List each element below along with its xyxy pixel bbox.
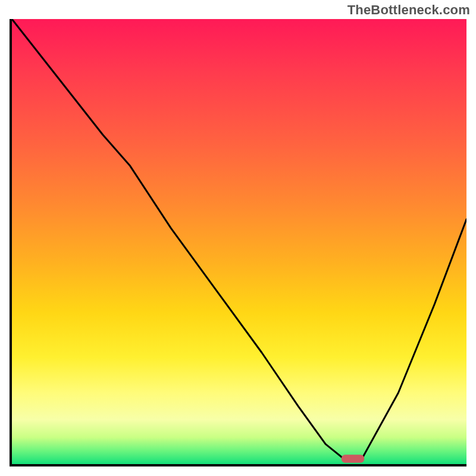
chart-container: TheBottleneck.com (0, 0, 476, 476)
bottleneck-curve (12, 19, 466, 459)
curve-layer (12, 19, 466, 464)
optimum-marker (342, 455, 364, 463)
plot-area (10, 19, 466, 466)
watermark-text: TheBottleneck.com (347, 2, 470, 18)
